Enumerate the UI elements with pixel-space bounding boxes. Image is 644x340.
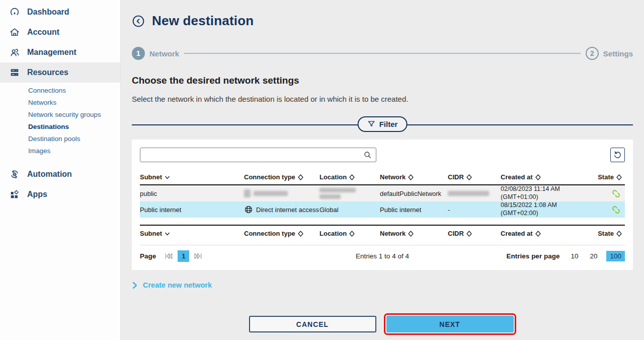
sidebar-item-network-security-groups[interactable]: Network security groups <box>28 109 120 121</box>
cell-connection-type-redacted <box>244 189 319 197</box>
filter-icon <box>367 120 376 128</box>
sort-desc-icon <box>165 231 170 237</box>
sidebar-item-label: Apps <box>27 190 47 199</box>
cell-connection-type: Direct internet access <box>244 205 319 214</box>
cancel-button[interactable]: CANCEL <box>249 316 376 332</box>
sidebar-item-label: Automation <box>27 170 72 179</box>
sort-icon <box>349 231 355 237</box>
sort-icon <box>616 231 622 237</box>
per-page-option-100[interactable]: 100 <box>606 251 625 261</box>
current-page-button[interactable]: 1 <box>178 250 189 262</box>
sidebar-item-apps[interactable]: Apps <box>0 184 120 205</box>
column-header-location[interactable]: Location <box>319 230 380 237</box>
table-header: Subnet Connection type Location Network … <box>140 169 625 185</box>
gauge-icon <box>9 7 20 18</box>
sidebar-item-destinations[interactable]: Destinations <box>28 121 120 133</box>
column-header-cidr[interactable]: CIDR <box>448 173 501 181</box>
sort-icon <box>298 231 303 237</box>
column-header-connection-type[interactable]: Connection type <box>244 230 319 237</box>
cell-network: Public internet <box>380 206 448 214</box>
column-header-connection-type[interactable]: Connection type <box>244 173 319 181</box>
step-1-circle: 1 <box>132 47 145 60</box>
users-icon <box>9 47 20 58</box>
table-footer-header: Subnet Connection type Location Network … <box>140 225 625 241</box>
redacted-text <box>319 194 341 199</box>
filter-bar: Filter <box>132 116 633 132</box>
sidebar-item-account[interactable]: Account <box>0 22 120 42</box>
redacted-text <box>254 191 288 196</box>
sort-icon <box>535 231 541 237</box>
pagination-bar: Page 1 Entries 1 to 4 of 4 Entries per p… <box>140 245 625 262</box>
next-button[interactable]: NEXT <box>386 316 514 332</box>
column-header-network[interactable]: Network <box>380 230 448 237</box>
column-header-state[interactable]: State <box>596 230 625 237</box>
sidebar-item-networks[interactable]: Networks <box>28 97 120 109</box>
page-title: New destination <box>152 13 254 29</box>
column-header-location[interactable]: Location <box>319 173 380 181</box>
per-page-option-10[interactable]: 10 <box>568 251 581 261</box>
section-description: Select the network in which the destinat… <box>132 95 633 103</box>
column-header-network[interactable]: Network <box>380 173 448 181</box>
column-header-subnet[interactable]: Subnet <box>140 173 244 181</box>
search-input[interactable] <box>144 151 363 159</box>
globe-icon <box>244 205 253 214</box>
sort-icon <box>535 174 541 180</box>
sort-icon <box>616 174 622 180</box>
sidebar-item-images[interactable]: Images <box>28 145 120 157</box>
search-icon <box>363 151 372 159</box>
sidebar-item-destination-pools[interactable]: Destination pools <box>28 133 120 145</box>
home-icon <box>9 27 20 38</box>
sidebar-item-dashboard[interactable]: Dashboard <box>0 2 120 22</box>
sidebar-item-label: Dashboard <box>27 8 69 17</box>
cell-subnet: public <box>140 190 244 197</box>
filter-label: Filter <box>379 120 398 128</box>
per-page-option-20[interactable]: 20 <box>587 251 600 261</box>
sort-desc-icon <box>165 174 170 180</box>
back-icon[interactable] <box>132 15 145 28</box>
entries-per-page-label: Entries per page <box>507 252 560 260</box>
sidebar-item-label: Management <box>27 48 76 57</box>
column-header-state[interactable]: State <box>596 173 625 181</box>
sort-icon <box>408 174 414 180</box>
refresh-button[interactable] <box>610 148 625 162</box>
sidebar-item-automation[interactable]: Automation <box>0 164 120 184</box>
step-2-label: Settings <box>603 49 633 58</box>
create-new-network-link[interactable]: Create new network <box>132 281 212 289</box>
cell-state <box>596 189 625 198</box>
entries-info: Entries 1 to 4 of 4 <box>356 252 409 260</box>
sidebar: Dashboard Account Management <box>0 0 121 340</box>
page-header: New destination <box>132 13 633 29</box>
table-row-public[interactable]: public defaultPublicNetwork 02/08/2023 1… <box>140 185 625 201</box>
page-label: Page <box>140 252 156 260</box>
step-2-circle: 2 <box>586 47 599 60</box>
red-highlight-annotation: NEXT <box>384 313 516 335</box>
column-header-created-at[interactable]: Created at <box>501 173 596 181</box>
column-header-subnet[interactable]: Subnet <box>140 230 244 237</box>
filter-button[interactable]: Filter <box>358 116 408 132</box>
sidebar-item-label: Resources <box>27 68 68 77</box>
cell-network: defaultPublicNetwork <box>380 190 448 197</box>
refresh-icon <box>613 151 622 159</box>
last-page-icon[interactable] <box>193 251 203 261</box>
column-header-created-at[interactable]: Created at <box>501 230 596 237</box>
stepper-line <box>184 53 581 54</box>
redacted-text <box>448 191 489 196</box>
network-table-card: Subnet Connection type Location Network … <box>132 140 633 270</box>
server-icon <box>9 67 20 78</box>
resources-submenu: Connections Networks Network security gr… <box>0 83 120 161</box>
sidebar-item-management[interactable]: Management <box>0 42 120 62</box>
sidebar-item-connections[interactable]: Connections <box>28 85 120 97</box>
link-state-icon <box>611 189 621 198</box>
chevron-right-icon <box>132 282 138 289</box>
action-buttons: CANCEL NEXT <box>132 313 633 335</box>
redacted-text <box>319 188 356 192</box>
column-header-cidr[interactable]: CIDR <box>448 230 501 237</box>
first-page-icon[interactable] <box>164 251 174 261</box>
cell-location-redacted <box>319 188 380 199</box>
cell-subnet: Public internet <box>140 206 244 214</box>
table-row-public-internet[interactable]: Public internet Direct internet access G… <box>140 201 625 218</box>
main-content: New destination 1 Network 2 Settings Cho… <box>121 0 644 340</box>
sidebar-item-resources[interactable]: Resources <box>0 62 120 83</box>
cell-created-at: 02/08/2023 11:14 AM (GMT+01:00) <box>501 185 596 201</box>
redacted-icon <box>244 189 251 197</box>
